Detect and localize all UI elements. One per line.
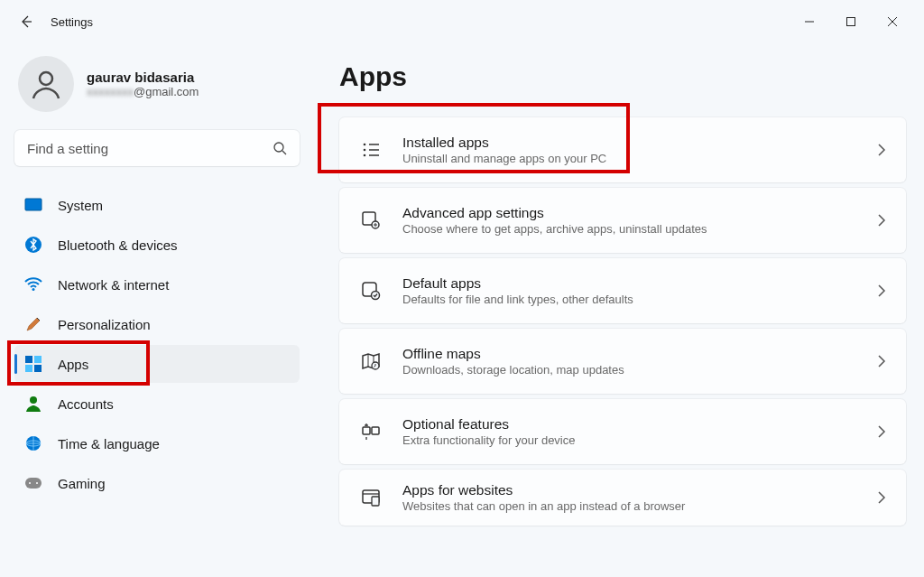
chevron-right-icon — [877, 144, 886, 156]
svg-rect-7 — [25, 356, 32, 363]
svg-rect-8 — [34, 356, 42, 363]
cards-list: Installed appsUninstall and manage apps … — [339, 117, 906, 526]
minimize-button[interactable] — [789, 7, 830, 36]
close-icon — [887, 16, 898, 27]
sidebar-item-bluetooth[interactable]: Bluetooth & devices — [14, 226, 300, 264]
profile-email: xxxxxxxx@gmail.com — [87, 85, 199, 98]
profile-name: gaurav bidasaria — [87, 70, 199, 85]
card-apps-for-websites[interactable]: Apps for websitesWebsites that can open … — [339, 470, 906, 526]
card-installed-apps[interactable]: Installed appsUninstall and manage apps … — [339, 117, 906, 182]
svg-point-6 — [32, 288, 35, 291]
chevron-right-icon — [877, 214, 886, 227]
search-input[interactable] — [14, 130, 300, 166]
svg-rect-14 — [25, 478, 42, 489]
back-arrow-icon — [19, 14, 33, 29]
chevron-right-icon — [877, 491, 886, 504]
bluetooth-icon — [23, 235, 43, 255]
globe-icon — [23, 433, 43, 453]
sidebar-item-accounts[interactable]: Accounts — [14, 385, 300, 423]
sidebar-item-label: Network & internet — [58, 277, 169, 293]
svg-point-2 — [274, 143, 283, 152]
svg-rect-26 — [372, 427, 379, 434]
sidebar-item-system[interactable]: System — [14, 186, 300, 224]
profile-block[interactable]: gaurav bidasaria xxxxxxxx@gmail.com — [14, 56, 300, 112]
chevron-right-icon — [877, 355, 886, 368]
card-advanced-app-settings[interactable]: Advanced app settingsChoose where to get… — [339, 188, 906, 253]
card-default-apps[interactable]: Default appsDefaults for file and link t… — [339, 258, 906, 323]
card-optional-features[interactable]: Optional featuresExtra functionality for… — [339, 399, 906, 464]
card-title: Offline maps — [402, 346, 857, 362]
chevron-right-icon — [877, 284, 886, 297]
svg-point-11 — [30, 396, 37, 404]
card-subtitle: Defaults for file and link types, other … — [402, 293, 857, 306]
svg-rect-9 — [25, 365, 32, 372]
card-title: Default apps — [402, 275, 857, 292]
system-icon — [23, 195, 43, 215]
window-controls — [789, 7, 913, 36]
maximize-icon — [845, 16, 856, 27]
back-button[interactable] — [11, 6, 42, 37]
wifi-icon — [23, 275, 43, 294]
search-icon — [273, 141, 287, 155]
svg-rect-28 — [372, 497, 379, 506]
brush-icon — [23, 314, 43, 334]
svg-rect-3 — [25, 199, 42, 210]
main-pane: Apps Installed appsUninstall and manage … — [321, 43, 910, 577]
title-bar: Settings — [0, 0, 924, 43]
sidebar-item-network[interactable]: Network & internet — [14, 265, 300, 303]
websites-icon — [359, 486, 383, 509]
sidebar-item-label: Gaming — [58, 476, 106, 491]
sidebar-item-gaming[interactable]: Gaming — [14, 464, 300, 502]
svg-rect-10 — [34, 365, 42, 372]
svg-rect-0 — [847, 18, 855, 26]
sidebar-item-label: System — [58, 198, 103, 213]
sidebar-item-personalization[interactable]: Personalization — [14, 305, 300, 343]
maximize-button[interactable] — [830, 7, 872, 36]
card-title: Optional features — [402, 416, 857, 433]
svg-point-18 — [364, 149, 366, 152]
sidebar-item-label: Time & language — [58, 436, 160, 451]
close-button[interactable] — [872, 7, 913, 36]
svg-point-1 — [40, 72, 52, 85]
default-apps-icon — [359, 279, 383, 302]
account-icon — [23, 394, 43, 414]
search-box[interactable] — [14, 130, 300, 166]
avatar — [18, 56, 74, 112]
chevron-right-icon — [877, 425, 886, 438]
card-subtitle: Extra functionality for your device — [402, 433, 857, 447]
person-icon — [28, 66, 64, 102]
installed-apps-icon — [359, 138, 383, 162]
sidebar-item-label: Accounts — [58, 396, 114, 412]
card-subtitle: Uninstall and manage apps on your PC — [402, 152, 857, 165]
card-title: Apps for websites — [402, 482, 857, 498]
card-subtitle: Downloads, storage location, map updates — [402, 363, 857, 377]
card-subtitle: Websites that can open in an app instead… — [402, 499, 857, 513]
page-title: Apps — [339, 61, 906, 92]
svg-point-15 — [29, 482, 31, 484]
svg-point-16 — [36, 482, 38, 484]
nav-list: System Bluetooth & devices Network & int… — [14, 186, 300, 502]
svg-point-17 — [364, 144, 366, 146]
card-offline-maps[interactable]: Offline mapsDownloads, storage location,… — [339, 329, 906, 394]
maps-icon — [359, 349, 383, 373]
card-title: Advanced app settings — [402, 205, 857, 221]
advanced-settings-icon — [359, 209, 383, 232]
card-title: Installed apps — [402, 135, 857, 151]
sidebar-item-time[interactable]: Time & language — [14, 424, 300, 462]
sidebar-item-apps[interactable]: Apps — [14, 345, 300, 383]
gaming-icon — [23, 473, 43, 493]
sidebar-item-label: Apps — [58, 357, 88, 372]
window-title: Settings — [51, 15, 93, 29]
apps-icon — [23, 354, 43, 374]
sidebar: gaurav bidasaria xxxxxxxx@gmail.com Syst… — [14, 43, 321, 577]
svg-point-19 — [364, 154, 366, 157]
minimize-icon — [804, 16, 815, 27]
optional-features-icon — [359, 420, 383, 443]
sidebar-item-label: Bluetooth & devices — [58, 237, 178, 253]
card-subtitle: Choose where to get apps, archive apps, … — [402, 222, 857, 236]
sidebar-item-label: Personalization — [58, 317, 151, 332]
svg-rect-25 — [363, 427, 370, 434]
